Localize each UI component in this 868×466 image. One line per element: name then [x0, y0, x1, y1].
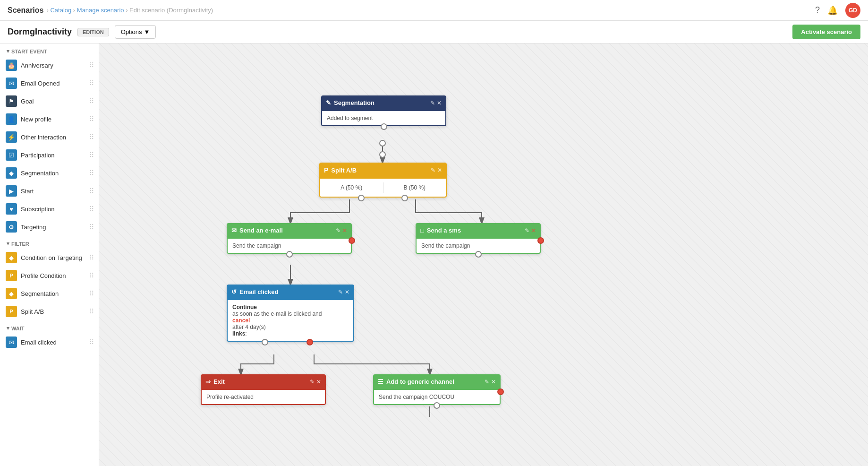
- node-send-sms[interactable]: □ Send a sms ✎ ✕ Send the campaign: [416, 223, 541, 254]
- send-sms-error-port[interactable]: [537, 237, 544, 244]
- drag-handle: ⠿: [89, 223, 94, 231]
- canvas[interactable]: ✎ Segmentation ✎ ✕ Added to segment P: [99, 43, 868, 466]
- breadcrumb-manage[interactable]: Manage scenario: [77, 7, 124, 14]
- exit-edit-icon[interactable]: ✎: [310, 379, 315, 385]
- other-interaction-icon: ⚡: [6, 131, 17, 143]
- node-exit-header: ⇒ Exit ✎ ✕: [201, 374, 326, 389]
- node-splitab[interactable]: P Split A/B ✎ ✕ A (50 %) B (50 %): [319, 163, 447, 198]
- send-sms-icon: □: [420, 227, 424, 234]
- split-option-a: A (50 %): [320, 182, 383, 193]
- wait-section-header: ▾ WAIT: [0, 320, 99, 333]
- node-email-clicked-header: ↺ Email clicked ✎ ✕: [227, 285, 354, 299]
- links-label: links: [232, 330, 245, 337]
- send-sms-close-icon[interactable]: ✕: [531, 227, 536, 234]
- segmentation-close-icon[interactable]: ✕: [437, 100, 442, 106]
- sub-header-left: DormgInactivity EDITION Options ▼: [8, 25, 156, 39]
- sidebar-item-email-opened[interactable]: ✉ Email Opened ⠿: [0, 74, 99, 92]
- sidebar-item-anniversary[interactable]: 🎂 Anniversary ⠿: [0, 56, 99, 74]
- node-segmentation[interactable]: ✎ Segmentation ✎ ✕ Added to segment: [321, 95, 446, 126]
- email-clicked-edit-icon[interactable]: ✎: [338, 289, 343, 295]
- email-clicked-port-yes[interactable]: [262, 339, 268, 345]
- splitab-edit-icon[interactable]: ✎: [431, 167, 435, 173]
- drag-handle: ⠿: [89, 61, 94, 69]
- exit-close-icon[interactable]: ✕: [316, 379, 321, 385]
- node-splitab-header: P Split A/B ✎ ✕: [319, 163, 447, 178]
- drag-handle: ⠿: [89, 205, 94, 213]
- drag-handle: ⠿: [89, 115, 94, 123]
- node-add-generic[interactable]: ☰ Add to generic channel ✎ ✕ Send the ca…: [373, 374, 501, 405]
- send-email-out-port[interactable]: [286, 251, 293, 258]
- send-sms-edit-icon[interactable]: ✎: [525, 227, 529, 234]
- avatar[interactable]: GD: [845, 3, 860, 18]
- start-event-section-header: ▾ START EVENT: [0, 43, 99, 56]
- send-sms-title: Send a sms: [427, 227, 461, 234]
- node-segmentation-header: ✎ Segmentation ✎ ✕: [321, 95, 446, 110]
- subscription-icon: ♥: [6, 203, 17, 215]
- add-generic-error-port[interactable]: [497, 388, 504, 395]
- segmentation-out-port[interactable]: [381, 123, 387, 130]
- email-clicked-node-title: Email clicked: [239, 288, 278, 295]
- cancel-label: cancel: [232, 317, 250, 324]
- drag-handle: ⠿: [89, 338, 94, 346]
- node-exit[interactable]: ⇒ Exit ✎ ✕ Profile re-activated: [201, 374, 326, 405]
- node-send-email[interactable]: ✉ Send an e-mail ✎ ✕ Send the campaign: [227, 223, 352, 254]
- conn-clicked-generic: [314, 354, 430, 374]
- sidebar-item-new-profile[interactable]: 👤 New profile ⠿: [0, 110, 99, 128]
- split-ab-icon: P: [6, 306, 17, 317]
- main-layout: ▾ START EVENT 🎂 Anniversary ⠿ ✉ Email Op…: [0, 43, 868, 466]
- segmentation-filter-icon: ◆: [6, 288, 17, 299]
- breadcrumb-catalog[interactable]: Catalog: [50, 7, 71, 14]
- send-email-edit-icon[interactable]: ✎: [336, 227, 340, 234]
- segmentation-node-title: Segmentation: [334, 99, 374, 106]
- send-email-error-port[interactable]: [349, 237, 355, 244]
- activate-scenario-button[interactable]: Activate scenario: [792, 25, 860, 39]
- sidebar-item-targeting[interactable]: ⚙ Targeting ⠿: [0, 218, 99, 236]
- segmentation-edit-icon[interactable]: ✎: [430, 100, 435, 106]
- send-email-close-icon[interactable]: ✕: [342, 227, 347, 234]
- sidebar-item-split-ab[interactable]: P Split A/B ⠿: [0, 302, 99, 320]
- scenario-title: DormgInactivity: [8, 27, 72, 37]
- drag-handle: ⠿: [89, 290, 94, 297]
- node-send-email-header: ✉ Send an e-mail ✎ ✕: [227, 223, 352, 238]
- add-generic-out-port[interactable]: [434, 402, 440, 409]
- breadcrumb-current: Edit scenario (DormgInactivity): [129, 7, 213, 14]
- help-icon[interactable]: ?: [815, 5, 820, 15]
- conn-circle-2: [379, 151, 386, 158]
- add-generic-node-icon: ☰: [378, 378, 383, 385]
- drag-handle: ⠿: [89, 308, 94, 315]
- sidebar-item-participation[interactable]: ☑ Participation ⠿: [0, 146, 99, 164]
- splitab-close-icon[interactable]: ✕: [437, 167, 442, 173]
- sidebar-item-goal[interactable]: ⚑ Goal ⠿: [0, 92, 99, 110]
- email-clicked-port-no[interactable]: [306, 339, 313, 345]
- add-generic-edit-icon[interactable]: ✎: [485, 379, 489, 385]
- sidebar-item-condition-on-targeting[interactable]: ◆ Condition on Targeting ⠿: [0, 249, 99, 267]
- app-title: Scenarios: [8, 6, 43, 15]
- add-generic-close-icon[interactable]: ✕: [491, 379, 496, 385]
- sidebar-item-segmentation-filter[interactable]: ◆ Segmentation ⠿: [0, 285, 99, 302]
- anniversary-icon: 🎂: [6, 60, 17, 71]
- participation-icon: ☑: [6, 149, 17, 161]
- drag-handle: ⠿: [89, 151, 94, 159]
- sub-header: DormgInactivity EDITION Options ▼ Activa…: [0, 21, 868, 43]
- profile-condition-icon: P: [6, 270, 17, 281]
- node-email-clicked[interactable]: ↺ Email clicked ✎ ✕ Continue as soon as …: [227, 285, 354, 342]
- splitab-port-b[interactable]: [401, 195, 408, 201]
- send-sms-out-port[interactable]: [475, 251, 482, 258]
- bell-icon[interactable]: 🔔: [827, 5, 838, 16]
- sidebar-item-profile-condition[interactable]: P Profile Condition ⠿: [0, 267, 99, 285]
- email-clicked-close-icon[interactable]: ✕: [345, 289, 349, 295]
- top-nav-right: ? 🔔 GD: [815, 3, 860, 18]
- send-email-title: Send an e-mail: [239, 227, 283, 234]
- splitab-port-a[interactable]: [358, 195, 365, 201]
- sidebar-item-start[interactable]: ▶ Start ⠿: [0, 182, 99, 200]
- node-email-clicked-body: Continue as soon as the e-mail is clicke…: [227, 299, 354, 342]
- options-button[interactable]: Options ▼: [115, 25, 156, 39]
- sidebar-item-subscription[interactable]: ♥ Subscription ⠿: [0, 200, 99, 218]
- drag-handle: ⠿: [89, 254, 94, 261]
- sidebar-item-segmentation[interactable]: ◆ Segmentation ⠿: [0, 164, 99, 182]
- node-exit-body: Profile re-activated: [201, 389, 326, 405]
- sidebar-item-email-clicked[interactable]: ✉ Email clicked ⠿: [0, 333, 99, 351]
- drag-handle: ⠿: [89, 133, 94, 141]
- node-add-generic-header: ☰ Add to generic channel ✎ ✕: [373, 374, 501, 389]
- sidebar-item-other-interaction[interactable]: ⚡ Other interaction ⠿: [0, 128, 99, 146]
